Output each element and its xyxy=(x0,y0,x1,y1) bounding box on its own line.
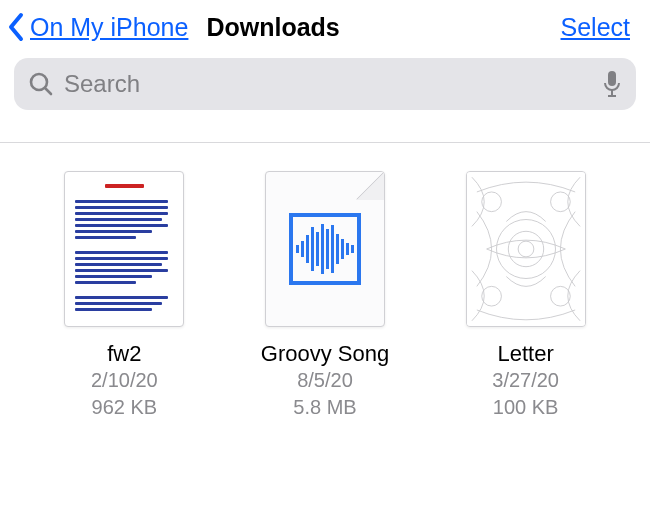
microphone-icon[interactable] xyxy=(602,70,622,98)
file-item[interactable]: Letter 3/27/20 100 KB xyxy=(436,171,616,421)
chevron-left-icon xyxy=(6,12,28,42)
file-date: 8/5/20 xyxy=(297,367,353,394)
file-name: fw2 xyxy=(107,341,141,367)
file-size: 5.8 MB xyxy=(293,394,356,421)
svg-rect-2 xyxy=(608,71,616,86)
file-date: 2/10/20 xyxy=(91,367,158,394)
back-label: On My iPhone xyxy=(30,13,188,42)
navigation-bar: On My iPhone Downloads Select xyxy=(0,0,650,52)
file-thumbnail-document xyxy=(64,171,184,327)
search-wrap xyxy=(0,52,650,124)
search-input[interactable] xyxy=(54,70,602,98)
svg-line-1 xyxy=(45,88,51,94)
page-title: Downloads xyxy=(206,13,339,42)
file-grid: fw2 2/10/20 962 KB Groovy Song 8/5/20 5.… xyxy=(0,143,650,421)
file-thumbnail-artwork xyxy=(466,171,586,327)
file-name: Groovy Song xyxy=(261,341,389,367)
file-size: 962 KB xyxy=(92,394,158,421)
file-item[interactable]: Groovy Song 8/5/20 5.8 MB xyxy=(235,171,415,421)
file-date: 3/27/20 xyxy=(492,367,559,394)
search-icon xyxy=(28,71,54,97)
search-field[interactable] xyxy=(14,58,636,110)
file-name: Letter xyxy=(498,341,554,367)
file-size: 100 KB xyxy=(493,394,559,421)
page-fold-icon xyxy=(356,172,384,200)
coloring-page-icon xyxy=(467,172,585,326)
waveform-icon xyxy=(289,213,361,285)
select-button[interactable]: Select xyxy=(561,13,636,42)
back-button[interactable]: On My iPhone xyxy=(6,12,188,42)
file-thumbnail-audio xyxy=(265,171,385,327)
file-item[interactable]: fw2 2/10/20 962 KB xyxy=(34,171,214,421)
